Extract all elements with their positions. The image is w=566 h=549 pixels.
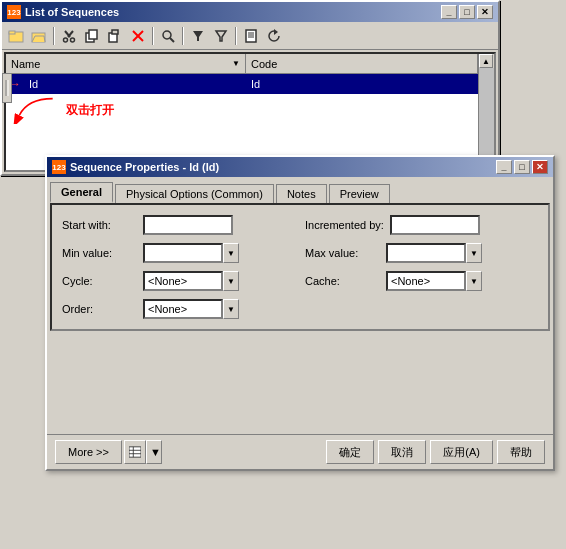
cache-label: Cache: bbox=[305, 275, 380, 287]
max-value-row: Max value: ▼ bbox=[305, 243, 538, 263]
sequence-table[interactable]: Name ▼ Code → Id Id bbox=[4, 52, 496, 172]
filter1-btn[interactable] bbox=[187, 25, 209, 47]
tab-notes[interactable]: Notes bbox=[276, 184, 327, 203]
table-header: Name ▼ Code bbox=[6, 54, 478, 74]
find-btn[interactable] bbox=[157, 25, 179, 47]
maximize-button[interactable]: □ bbox=[459, 5, 475, 19]
order-label: Order: bbox=[62, 303, 137, 315]
seqprop-title-icon: 123 bbox=[52, 160, 66, 174]
dropdown-arrow-btn[interactable]: ▼ bbox=[146, 440, 162, 464]
max-value-input[interactable] bbox=[386, 243, 466, 263]
seqprop-close-button[interactable]: ✕ bbox=[532, 160, 548, 174]
tab-general[interactable]: General bbox=[50, 182, 113, 203]
svg-marker-16 bbox=[216, 31, 226, 41]
sep3 bbox=[182, 27, 184, 45]
svg-rect-1 bbox=[9, 31, 15, 34]
sep2 bbox=[152, 27, 154, 45]
minimize-button[interactable]: _ bbox=[441, 5, 457, 19]
cut-btn[interactable] bbox=[58, 25, 80, 47]
open-file-btn[interactable] bbox=[28, 25, 50, 47]
copy-btn[interactable] bbox=[81, 25, 103, 47]
refresh-btn[interactable] bbox=[263, 25, 285, 47]
seqprop-maximize-button[interactable]: □ bbox=[514, 160, 530, 174]
tab-preview[interactable]: Preview bbox=[329, 184, 390, 203]
row-code-cell: Id bbox=[246, 74, 478, 94]
apply-button-label: 应用(A) bbox=[443, 445, 480, 460]
row-name-cell: Id bbox=[24, 74, 246, 94]
annotation-area: 双击打开 bbox=[6, 94, 478, 144]
order-dropdown-btn[interactable]: ▼ bbox=[223, 299, 239, 319]
seqprop-minimize-button[interactable]: _ bbox=[496, 160, 512, 174]
more-btn-group: More >> ▼ bbox=[55, 440, 162, 464]
scroll-track bbox=[479, 68, 494, 156]
close-button[interactable]: ✕ bbox=[477, 5, 493, 19]
start-with-row: Start with: bbox=[62, 215, 295, 235]
cache-select-container: ▼ bbox=[386, 271, 482, 291]
ok-button[interactable]: 确定 bbox=[326, 440, 374, 464]
start-with-input[interactable] bbox=[143, 215, 233, 235]
apply-button[interactable]: 应用(A) bbox=[430, 440, 493, 464]
listseq-title-icon: 123 bbox=[7, 5, 21, 19]
new-folder-btn[interactable] bbox=[5, 25, 27, 47]
min-value-dropdown-btn[interactable]: ▼ bbox=[223, 243, 239, 263]
max-value-select-container: ▼ bbox=[386, 243, 482, 263]
tab-physical-options[interactable]: Physical Options (Common) bbox=[115, 184, 274, 203]
max-value-dropdown-btn[interactable]: ▼ bbox=[466, 243, 482, 263]
ok-button-label: 确定 bbox=[339, 445, 361, 460]
svg-rect-8 bbox=[89, 30, 97, 39]
cycle-dropdown-btn[interactable]: ▼ bbox=[223, 271, 239, 291]
paste-btn[interactable] bbox=[104, 25, 126, 47]
toolbar bbox=[2, 22, 498, 50]
seqprop-title-left: 123 Sequence Properties - Id (Id) bbox=[52, 160, 219, 174]
tab-content-general: Start with: Incremented by: Min value: ▼… bbox=[50, 203, 550, 331]
cycle-input[interactable] bbox=[143, 271, 223, 291]
min-value-row: Min value: ▼ bbox=[62, 243, 295, 263]
svg-line-14 bbox=[170, 38, 174, 42]
order-row: Order: ▼ bbox=[62, 299, 295, 319]
table-row[interactable]: → Id Id bbox=[6, 74, 478, 94]
tabs-container: General Physical Options (Common) Notes … bbox=[47, 177, 553, 203]
svg-marker-21 bbox=[274, 29, 278, 35]
svg-rect-17 bbox=[246, 30, 256, 42]
code-column-header: Code bbox=[246, 54, 478, 73]
empty-cell bbox=[305, 299, 538, 319]
listseq-title-bar[interactable]: 123 List of Sequences _ □ ✕ bbox=[2, 2, 498, 22]
svg-point-13 bbox=[163, 31, 171, 39]
svg-point-5 bbox=[64, 38, 68, 42]
delete-btn[interactable] bbox=[127, 25, 149, 47]
prop-btn[interactable] bbox=[240, 25, 262, 47]
arrow-annotation bbox=[11, 94, 61, 124]
svg-rect-25 bbox=[129, 447, 141, 457]
max-value-label: Max value: bbox=[305, 247, 380, 259]
sequence-properties-window: 123 Sequence Properties - Id (Id) _ □ ✕ … bbox=[45, 155, 555, 471]
help-button-label: 帮助 bbox=[510, 445, 532, 460]
bottom-button-bar: More >> ▼ 确定 取消 应用(A) 帮助 bbox=[47, 434, 553, 469]
cache-row: Cache: ▼ bbox=[305, 271, 538, 291]
seqprop-title-bar[interactable]: 123 Sequence Properties - Id (Id) _ □ ✕ bbox=[47, 157, 553, 177]
min-value-input[interactable] bbox=[143, 243, 223, 263]
cancel-button-label: 取消 bbox=[391, 445, 413, 460]
cache-dropdown-btn[interactable]: ▼ bbox=[466, 271, 482, 291]
listseq-title-text: List of Sequences bbox=[25, 6, 119, 18]
scroll-up-btn[interactable]: ▲ bbox=[479, 54, 493, 68]
form-grid: Start with: Incremented by: Min value: ▼… bbox=[62, 215, 538, 319]
spacer-area bbox=[47, 334, 553, 434]
incremented-by-label: Incremented by: bbox=[305, 219, 384, 231]
vertical-scrollbar[interactable]: ▲ ▼ bbox=[478, 54, 494, 170]
svg-marker-15 bbox=[193, 31, 203, 41]
cache-input[interactable] bbox=[386, 271, 466, 291]
title-bar-left: 123 List of Sequences bbox=[7, 5, 119, 19]
filter2-btn[interactable] bbox=[210, 25, 232, 47]
more-button[interactable]: More >> bbox=[55, 440, 122, 464]
cancel-button[interactable]: 取消 bbox=[378, 440, 426, 464]
more-button-label: More >> bbox=[68, 446, 109, 458]
table-icon-btn[interactable] bbox=[124, 440, 146, 464]
sep1 bbox=[53, 27, 55, 45]
left-resize-handle[interactable] bbox=[2, 73, 12, 103]
cycle-select-container: ▼ bbox=[143, 271, 239, 291]
list-of-sequences-window: 123 List of Sequences _ □ ✕ bbox=[0, 0, 500, 176]
help-button[interactable]: 帮助 bbox=[497, 440, 545, 464]
incremented-by-input[interactable] bbox=[390, 215, 480, 235]
order-input[interactable] bbox=[143, 299, 223, 319]
order-select-container: ▼ bbox=[143, 299, 239, 319]
